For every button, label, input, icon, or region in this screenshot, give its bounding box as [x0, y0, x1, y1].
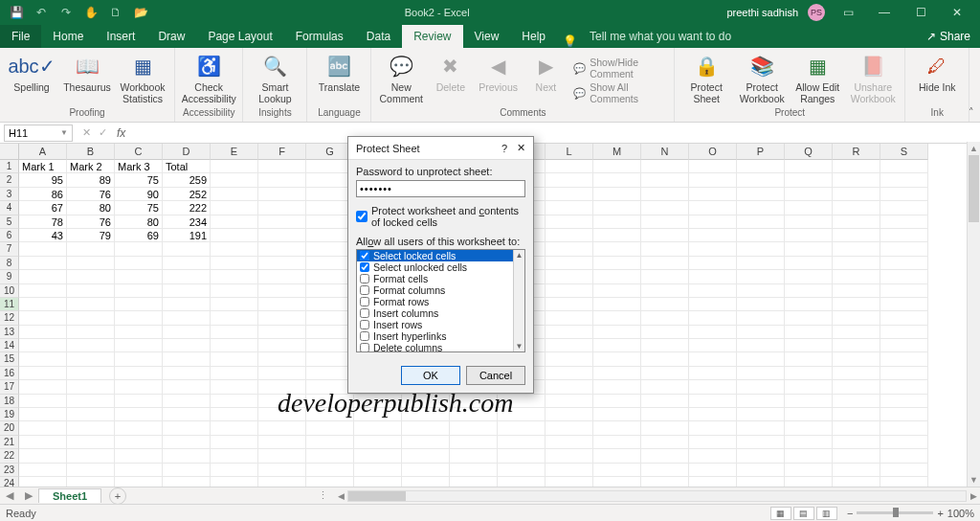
cell[interactable] [737, 464, 785, 477]
cell[interactable] [880, 242, 928, 256]
cell[interactable] [211, 229, 258, 242]
cell[interactable] [67, 449, 115, 463]
zoom-out-icon[interactable]: − [847, 508, 853, 519]
permission-item[interactable]: Format cells [357, 273, 524, 284]
cell[interactable] [115, 270, 163, 283]
column-header[interactable]: Q [785, 144, 833, 160]
cell[interactable] [689, 215, 737, 229]
cell[interactable] [19, 242, 67, 256]
row-headers[interactable]: 123456789101112131415161718192021222324 [0, 160, 19, 490]
cell[interactable] [163, 311, 211, 325]
permission-item[interactable]: Format columns [357, 284, 524, 296]
cell[interactable] [689, 408, 737, 421]
cell[interactable] [689, 380, 737, 394]
scroll-up-icon[interactable]: ▲ [968, 142, 980, 155]
cell[interactable] [211, 242, 258, 256]
permission-item[interactable]: Select unlocked cells [357, 261, 524, 273]
cell[interactable] [115, 257, 163, 270]
row-header[interactable]: 7 [0, 242, 19, 256]
cell[interactable] [546, 242, 593, 256]
cell[interactable] [785, 160, 833, 173]
cell[interactable] [737, 242, 785, 256]
row-header[interactable]: 23 [0, 464, 19, 477]
cell[interactable] [258, 367, 306, 380]
thesaurus-button[interactable]: 📖Thesaurus [63, 53, 111, 93]
cell[interactable] [689, 229, 737, 242]
cell[interactable]: 67 [19, 201, 67, 215]
cell[interactable] [880, 339, 928, 352]
row-header[interactable]: 9 [0, 270, 19, 283]
cell[interactable] [593, 188, 641, 201]
cell[interactable] [163, 284, 211, 298]
cell[interactable] [880, 464, 928, 477]
cell[interactable] [258, 201, 306, 215]
cell[interactable] [593, 215, 641, 229]
cell[interactable] [785, 408, 833, 421]
cell[interactable] [593, 436, 641, 449]
cell[interactable] [67, 408, 115, 421]
cell[interactable] [258, 326, 306, 339]
cell[interactable] [163, 339, 211, 352]
cell[interactable] [67, 311, 115, 325]
column-header[interactable]: N [641, 144, 689, 160]
cell[interactable] [737, 215, 785, 229]
cell[interactable] [641, 257, 689, 270]
cell[interactable] [880, 326, 928, 339]
cell[interactable]: 234 [163, 215, 211, 229]
cell[interactable] [641, 352, 689, 366]
cell[interactable]: 75 [115, 201, 163, 215]
permissions-listbox[interactable]: Select locked cellsSelect unlocked cells… [356, 249, 525, 352]
tab-view[interactable]: View [463, 25, 511, 48]
cell[interactable]: 76 [67, 188, 115, 201]
cell[interactable] [163, 367, 211, 380]
cell[interactable] [67, 367, 115, 380]
cell[interactable] [258, 421, 306, 435]
cell[interactable] [354, 436, 402, 449]
zoom-level[interactable]: 100% [947, 508, 974, 519]
cell[interactable] [737, 201, 785, 215]
row-header[interactable]: 2 [0, 173, 19, 187]
cell[interactable] [880, 395, 928, 408]
cell[interactable] [402, 464, 450, 477]
cell[interactable] [737, 408, 785, 421]
cell[interactable] [833, 257, 880, 270]
cell[interactable] [211, 449, 258, 463]
permission-item[interactable]: Insert hyperlinks [357, 330, 524, 342]
permission-item[interactable]: Insert columns [357, 307, 524, 319]
new-comment-button[interactable]: 💬New Comment [379, 53, 423, 104]
cell[interactable] [211, 464, 258, 477]
cell[interactable] [880, 408, 928, 421]
cell[interactable] [785, 229, 833, 242]
cell[interactable] [641, 421, 689, 435]
row-header[interactable]: 18 [0, 395, 19, 408]
cell[interactable]: 191 [163, 229, 211, 242]
cell[interactable] [211, 270, 258, 283]
cell[interactable] [211, 352, 258, 366]
cancel-button[interactable]: Cancel [466, 366, 525, 385]
cell[interactable] [115, 298, 163, 311]
cell[interactable] [498, 464, 546, 477]
cell[interactable] [19, 421, 67, 435]
cell[interactable] [785, 395, 833, 408]
cell[interactable] [115, 339, 163, 352]
tab-formulas[interactable]: Formulas [284, 25, 355, 48]
cell[interactable] [785, 270, 833, 283]
cell[interactable] [163, 421, 211, 435]
cell[interactable] [19, 257, 67, 270]
row-header[interactable]: 12 [0, 311, 19, 325]
tab-draw[interactable]: Draw [146, 25, 196, 48]
ribbon-options-icon[interactable]: ▭ [835, 6, 861, 19]
cell[interactable] [450, 408, 498, 421]
cell[interactable] [450, 421, 498, 435]
cell[interactable] [115, 436, 163, 449]
cell[interactable] [737, 160, 785, 173]
permission-checkbox[interactable] [360, 343, 369, 352]
cell[interactable] [19, 464, 67, 477]
cell[interactable] [833, 449, 880, 463]
cell[interactable] [593, 408, 641, 421]
tab-file[interactable]: File [0, 25, 41, 48]
cell[interactable] [833, 408, 880, 421]
cell[interactable] [450, 449, 498, 463]
allow-edit-ranges-button[interactable]: ▦Allow Edit Ranges [793, 53, 841, 104]
cell[interactable] [67, 380, 115, 394]
